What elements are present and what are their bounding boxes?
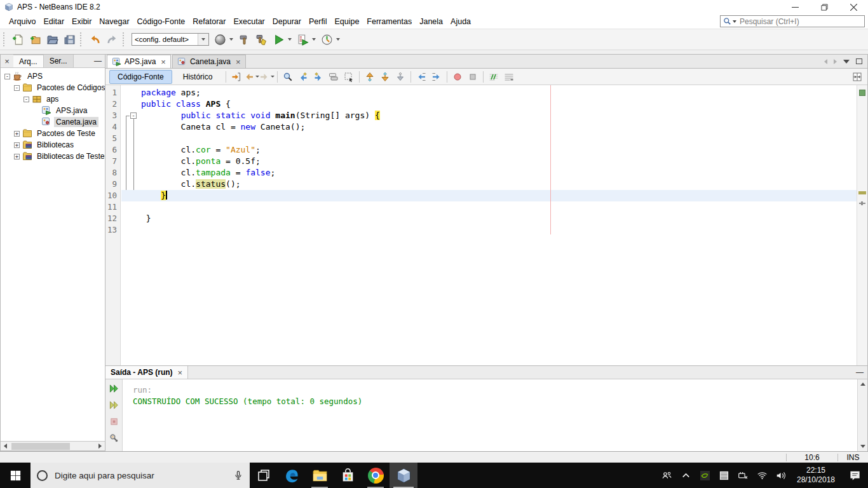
navigate-forward-icon[interactable] xyxy=(259,70,275,84)
taskbar-edge-button[interactable] xyxy=(278,463,306,488)
rerun-icon[interactable] xyxy=(107,382,121,395)
search-dropdown-icon[interactable] xyxy=(733,20,736,23)
start-macro-recording-icon[interactable] xyxy=(450,70,465,84)
shift-line-left-icon[interactable] xyxy=(414,70,429,84)
menu-ajuda[interactable]: Ajuda xyxy=(447,15,475,28)
save-all-button[interactable] xyxy=(61,31,78,48)
tree-item-pacotes-de-c-digos-f[interactable]: -Pacotes de Códigos-f xyxy=(1,82,105,93)
code-line-10[interactable]: } xyxy=(121,190,857,201)
stop-build-icon[interactable] xyxy=(107,415,121,428)
tree-item-aps-java[interactable]: APS.java xyxy=(1,105,105,116)
tree-item-bibliotecas[interactable]: +Bibliotecas xyxy=(1,139,105,151)
rectangular-selection-icon[interactable] xyxy=(341,70,356,84)
panel-tab-ser[interactable]: Ser... xyxy=(44,55,74,67)
tab-close-icon[interactable]: × xyxy=(236,57,241,67)
tab-list-dropdown-icon[interactable] xyxy=(843,60,850,64)
collapse-icon[interactable]: - xyxy=(24,97,29,102)
menu-c-digo-fonte[interactable]: Código-Fonte xyxy=(133,15,189,28)
stripe-occurrence-mark[interactable] xyxy=(858,191,866,194)
menu-perfil[interactable]: Perfil xyxy=(305,15,330,28)
menu-navegar[interactable]: Navegar xyxy=(95,15,133,28)
clean-build-project-button[interactable] xyxy=(253,31,270,48)
code-line-9[interactable]: cl.status(); xyxy=(121,179,857,190)
menu-ferramentas[interactable]: Ferramentas xyxy=(363,15,416,28)
run-dropdown-icon[interactable] xyxy=(288,38,292,41)
output-minimize-icon[interactable]: — xyxy=(852,366,867,379)
tree-horizontal-scrollbar[interactable] xyxy=(1,441,105,451)
minimize-button[interactable] xyxy=(780,0,810,14)
stripe-caret-mark[interactable] xyxy=(859,203,865,204)
nvidia-tray-icon[interactable] xyxy=(696,463,713,488)
line-number[interactable]: 8 xyxy=(105,167,120,179)
line-number[interactable]: 5 xyxy=(105,133,120,144)
microphone-icon[interactable] xyxy=(233,470,243,482)
people-icon[interactable] xyxy=(658,463,675,488)
navigate-back-icon[interactable] xyxy=(244,70,259,84)
maximize-editor-icon[interactable] xyxy=(856,58,862,64)
config-select-arrow-icon[interactable] xyxy=(198,34,208,45)
action-center-button[interactable] xyxy=(843,470,867,482)
collapse-icon[interactable]: - xyxy=(14,85,20,91)
code-line-8[interactable]: cl.tampada = false; xyxy=(121,167,857,179)
menu-depurar[interactable]: Depurar xyxy=(269,15,305,28)
taskbar-file-explorer-button[interactable] xyxy=(306,463,334,488)
scrollbar-thumb[interactable] xyxy=(11,443,70,450)
view-button-hist-rico[interactable]: Histórico xyxy=(175,70,221,84)
taskbar-netbeans-button[interactable] xyxy=(390,463,417,488)
new-project-button[interactable] xyxy=(27,31,44,48)
close-button[interactable] xyxy=(839,0,868,14)
redo-icon[interactable] xyxy=(104,31,121,48)
debug-dropdown-icon[interactable] xyxy=(312,38,316,41)
restore-button[interactable] xyxy=(810,0,839,14)
line-number[interactable]: 1 xyxy=(105,87,120,98)
line-number[interactable]: 9 xyxy=(105,179,120,190)
quick-search-input[interactable]: Pesquisar (Ctrl+I) xyxy=(720,15,865,27)
output-tab-close-icon[interactable]: × xyxy=(178,368,183,377)
view-button-c-digo-fonte[interactable]: Código-Fonte xyxy=(109,70,172,84)
set-configuration-globe-icon[interactable] xyxy=(212,31,229,48)
line-number[interactable]: 2 xyxy=(105,98,120,110)
profile-project-button[interactable] xyxy=(318,31,336,48)
code-line-2[interactable]: public class APS { xyxy=(121,98,857,110)
output-vertical-scrollbar[interactable] xyxy=(857,379,867,451)
expand-icon[interactable]: + xyxy=(14,142,20,148)
ant-settings-icon[interactable] xyxy=(107,431,121,445)
editor-tab-aps-java[interactable]: APS.java× xyxy=(107,55,171,68)
scroll-right-icon[interactable] xyxy=(95,442,105,451)
uncomment-icon[interactable] xyxy=(501,70,517,84)
stop-macro-recording-icon[interactable] xyxy=(465,70,480,84)
split-document-icon[interactable] xyxy=(850,70,865,84)
code-line-11[interactable] xyxy=(121,201,857,213)
collapse-icon[interactable]: - xyxy=(4,74,10,79)
line-number[interactable]: 4 xyxy=(105,121,120,133)
toggle-highlight-search-icon[interactable] xyxy=(326,70,341,84)
line-number[interactable]: 6 xyxy=(105,144,120,156)
code-line-1[interactable]: package aps; xyxy=(121,87,857,98)
code-lines[interactable]: - package aps;public class APS { public … xyxy=(121,85,857,365)
previous-bookmark-icon[interactable] xyxy=(362,70,377,84)
last-edit-location-icon[interactable] xyxy=(229,70,244,84)
menu-editar[interactable]: Editar xyxy=(39,15,68,28)
line-number[interactable]: 11 xyxy=(105,201,120,213)
open-project-button[interactable] xyxy=(44,31,61,48)
find-next-icon[interactable] xyxy=(311,70,326,84)
hidden-icons-chevron-icon[interactable] xyxy=(677,463,694,488)
menu-exibir[interactable]: Exibir xyxy=(68,15,95,28)
start-button[interactable] xyxy=(0,463,31,488)
code-line-5[interactable] xyxy=(121,133,857,144)
next-occurrence-icon[interactable] xyxy=(393,70,408,84)
expand-icon[interactable]: + xyxy=(14,131,20,137)
code-line-3[interactable]: public static void main(String[] args) { xyxy=(121,110,857,121)
build-project-button[interactable] xyxy=(236,31,253,48)
scroll-tabs-right-icon[interactable] xyxy=(834,59,837,64)
tree-item-pacotes-de-teste[interactable]: +Pacotes de Teste xyxy=(1,128,105,139)
find-selection-icon[interactable] xyxy=(280,70,295,84)
next-bookmark-icon[interactable] xyxy=(377,70,393,84)
menu-janela[interactable]: Janela xyxy=(416,15,447,28)
menu-refatorar[interactable]: Refatorar xyxy=(189,15,229,28)
panel-minimize-icon[interactable]: — xyxy=(91,55,105,67)
panel-close-icon[interactable]: × xyxy=(1,55,13,67)
scroll-left-icon[interactable] xyxy=(1,442,10,451)
tree-item-caneta-java[interactable]: Caneta.java xyxy=(1,116,105,128)
set-configuration-dropdown-icon[interactable] xyxy=(229,38,233,41)
